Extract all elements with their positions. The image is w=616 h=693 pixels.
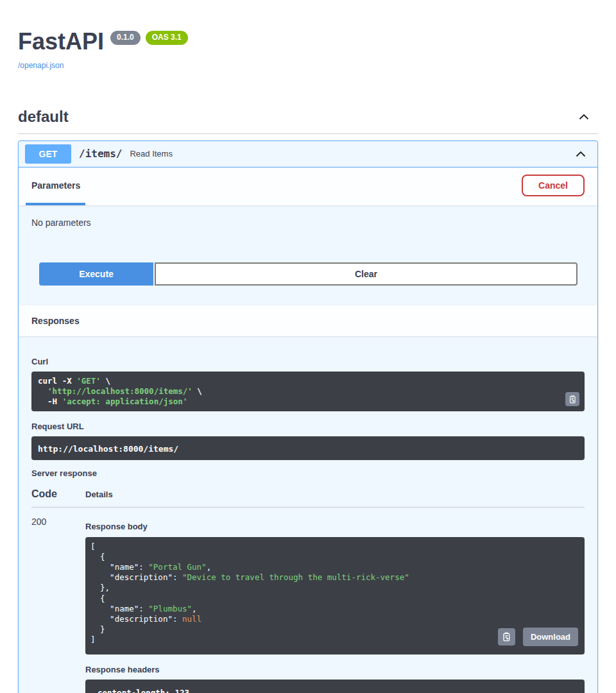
operation-summary-text: Read Items (130, 149, 172, 158)
details-column-header: Details (85, 488, 585, 508)
opblock-summary[interactable]: GET /items/ Read Items (19, 141, 597, 167)
swagger-ui-page: FastAPI 0.1.0 OAS 3.1 /openapi.json defa… (0, 0, 616, 693)
http-method-badge[interactable]: GET (25, 144, 71, 164)
download-button[interactable]: Download (523, 628, 578, 646)
curl-code-block: curl -X 'GET' \ 'http://localhost:8000/i… (31, 372, 585, 411)
copy-response-button[interactable] (498, 628, 515, 646)
curl-label: Curl (31, 357, 585, 366)
response-details-cell: Response body [ { "name": "Portal Gun", … (85, 508, 585, 693)
opblock-get-items: GET /items/ Read Items Parameters Cancel… (18, 141, 598, 693)
request-url-block: http://localhost:8000/items/ (31, 436, 585, 460)
tag-section-title: default (18, 108, 69, 126)
responses-section-header: Responses (19, 305, 597, 336)
parameters-section-header: Parameters Cancel (19, 167, 597, 205)
collapse-operation-icon[interactable] (574, 148, 587, 160)
response-headers-block: content-length: 123content-type: applica… (85, 680, 585, 693)
code-column-header: Code (31, 488, 85, 508)
chevron-up-icon[interactable] (578, 110, 590, 123)
server-response-table: Code Details 200 Response body [ { "name… (31, 488, 585, 693)
api-title: FastAPI (18, 29, 104, 55)
no-parameters-text: No parameters (31, 218, 91, 228)
response-headers-text: content-length: 123content-type: applica… (98, 687, 578, 693)
clipboard-icon (501, 631, 511, 642)
server-response-label: Server response (31, 468, 585, 478)
version-badge: 0.1.0 (110, 31, 141, 45)
openapi-spec-link[interactable]: /openapi.json (18, 61, 64, 70)
responses-content: Curl curl -X 'GET' \ 'http://localhost:8… (19, 336, 597, 693)
status-code-value: 200 (31, 508, 85, 693)
request-url-label: Request URL (31, 422, 585, 431)
response-body-label: Response body (85, 522, 585, 531)
response-body-actions: Download (498, 628, 578, 646)
parameters-content: No parameters (19, 205, 597, 251)
api-info-header: FastAPI 0.1.0 OAS 3.1 (18, 29, 598, 55)
tab-parameters[interactable]: Parameters (31, 180, 80, 191)
oas-version-badge: OAS 3.1 (146, 31, 188, 45)
tag-section-header[interactable]: default (18, 108, 598, 134)
response-body-code-block: [ { "name": "Portal Gun", "description":… (85, 537, 585, 654)
request-url-value: http://localhost:8000/items/ (38, 444, 178, 454)
clear-button[interactable]: Clear (155, 262, 578, 286)
responses-section-title: Responses (31, 316, 80, 326)
response-headers-label: Response headers (85, 665, 585, 674)
active-tab-underline (26, 203, 85, 205)
api-badges: 0.1.0 OAS 3.1 (110, 31, 188, 45)
curl-command-text: curl -X 'GET' \ 'http://localhost:8000/i… (38, 376, 563, 407)
operation-path: /items/ (79, 148, 122, 160)
clipboard-icon (568, 395, 577, 404)
copy-to-clipboard-button[interactable] (565, 392, 579, 406)
execute-button[interactable]: Execute (39, 262, 153, 286)
cancel-button[interactable]: Cancel (522, 175, 585, 196)
execute-button-group: Execute Clear (19, 251, 597, 305)
